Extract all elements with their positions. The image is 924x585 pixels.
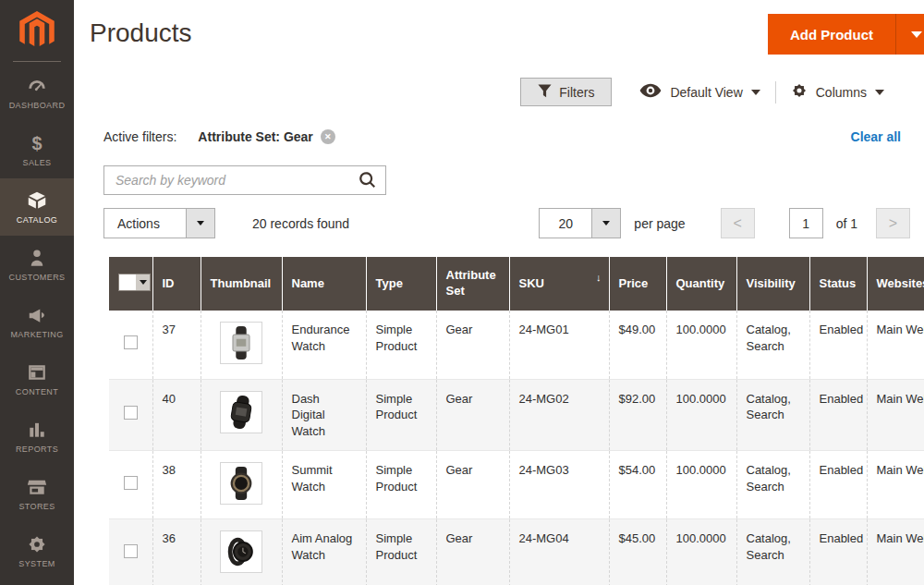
sidebar-item-content[interactable]: CONTENT: [0, 350, 74, 408]
previous-page-button[interactable]: <: [721, 208, 755, 238]
chevron-down-icon[interactable]: [591, 209, 620, 238]
sidebar-item-reports[interactable]: REPORTS: [0, 408, 74, 465]
chevron-down-icon[interactable]: [186, 209, 214, 238]
page-title: Products: [90, 18, 192, 48]
add-product-label: Add Product: [768, 14, 895, 55]
column-header-price[interactable]: Price: [609, 257, 666, 311]
product-thumbnail-endurance-watch[interactable]: [220, 322, 262, 364]
product-thumbnail-dash-digital-watch[interactable]: [220, 391, 262, 433]
per-page-label: per page: [634, 216, 685, 231]
sort-descending-icon: ↓: [596, 271, 602, 284]
chevron-down-icon: [751, 90, 760, 95]
per-page-select[interactable]: 20: [539, 208, 621, 238]
sidebar-item-marketing[interactable]: MARKETING: [0, 293, 74, 350]
search-input[interactable]: [103, 165, 386, 195]
select-all-checkbox[interactable]: [118, 274, 151, 291]
clear-all-link[interactable]: Clear all: [851, 129, 901, 144]
cell-sku: 24-MG03: [509, 451, 609, 519]
close-circle-icon[interactable]: ✕: [321, 129, 335, 144]
column-header-visibility[interactable]: Visibility: [736, 257, 809, 311]
sidebar-item-label: REPORTS: [16, 445, 58, 454]
person-icon: [27, 248, 47, 268]
sidebar-item-customers[interactable]: CUSTOMERS: [0, 236, 74, 293]
sidebar-item-stores[interactable]: STORES: [0, 465, 74, 522]
select-all-header: [109, 257, 152, 311]
eye-icon: [639, 83, 662, 101]
sidebar-item-label: CATALOG: [17, 215, 57, 225]
gear-icon: [791, 82, 808, 102]
sidebar-item-catalog[interactable]: CATALOG: [0, 178, 74, 236]
actions-select[interactable]: Actions: [103, 208, 215, 238]
sidebar-item-label: CUSTOMERS: [9, 273, 66, 282]
add-product-dropdown-toggle[interactable]: [895, 14, 924, 55]
row-checkbox[interactable]: [124, 476, 138, 490]
table-row[interactable]: 37 Endurance Watch Simple Product Gear 2…: [109, 311, 924, 379]
column-header-status[interactable]: Status: [809, 257, 867, 311]
cell-name: Dash Digital Watch: [282, 379, 366, 451]
row-checkbox[interactable]: [124, 335, 138, 349]
columns-control[interactable]: Columns: [776, 82, 899, 102]
sidebar-item-label: MARKETING: [10, 330, 63, 339]
page-header: Products Add Product: [74, 0, 924, 68]
cell-quantity: 100.0000: [666, 519, 736, 585]
cell-visibility: Catalog, Search: [736, 451, 809, 519]
column-header-quantity[interactable]: Quantity: [666, 257, 736, 311]
cell-quantity: 100.0000: [666, 451, 736, 519]
column-header-sku[interactable]: SKU ↓: [509, 257, 609, 311]
cell-websites: Main Website: [867, 519, 924, 585]
cell-name: Endurance Watch: [282, 311, 366, 379]
cell-websites: Main Website: [867, 379, 924, 451]
cell-attribute-set: Gear: [436, 379, 509, 451]
product-thumbnail-summit-watch[interactable]: [220, 462, 262, 505]
sidebar-item-system[interactable]: SYSTEM: [0, 522, 74, 579]
search-icon[interactable]: [359, 171, 377, 189]
magento-logo[interactable]: [0, 0, 74, 57]
view-switcher[interactable]: Default View: [625, 83, 774, 101]
next-page-button[interactable]: >: [876, 208, 910, 238]
column-header-websites[interactable]: Websites: [867, 257, 924, 311]
search-box: [103, 165, 386, 195]
chevron-down-icon[interactable]: [136, 274, 150, 290]
cell-websites: Main Website: [867, 311, 924, 379]
sidebar-item-label: STORES: [18, 502, 55, 511]
sidebar-item-dashboard[interactable]: DASHBOARD: [0, 64, 74, 121]
column-header-id[interactable]: ID: [152, 257, 201, 311]
cell-name: Summit Watch: [282, 451, 366, 519]
bar-chart-icon: [27, 420, 47, 440]
row-checkbox[interactable]: [124, 406, 138, 420]
filters-button[interactable]: Filters: [520, 78, 612, 106]
dollar-icon: $: [27, 133, 47, 153]
cell-price: $45.00: [609, 519, 666, 585]
column-header-thumbnail[interactable]: Thumbnail: [201, 257, 282, 311]
grid-toolbar: Filters Default View Columns: [74, 78, 924, 106]
products-grid: ID Thumbnail Name Type Attribute Set SKU…: [109, 257, 924, 585]
sidebar-item-label: CONTENT: [16, 387, 58, 396]
column-header-type[interactable]: Type: [366, 257, 436, 311]
svg-text:$: $: [31, 133, 42, 153]
cell-quantity: 100.0000: [666, 311, 736, 379]
layout-icon: [27, 362, 47, 383]
table-row[interactable]: 38 Summit Watch Simple Product Gear 24-M…: [109, 451, 924, 519]
cell-id: 36: [152, 519, 201, 585]
per-page-value: 20: [540, 209, 591, 238]
cell-visibility: Catalog, Search: [736, 379, 809, 451]
row-checkbox[interactable]: [124, 544, 138, 558]
records-count: 20 records found: [252, 216, 349, 231]
sidebar-item-sales[interactable]: $ SALES: [0, 121, 74, 178]
column-header-name[interactable]: Name: [282, 257, 366, 311]
cell-type: Simple Product: [366, 451, 436, 519]
megaphone-icon: [27, 305, 47, 325]
sidebar-item-label: DASHBOARD: [9, 101, 66, 110]
cell-price: $54.00: [609, 451, 666, 519]
product-thumbnail-aim-analog-watch[interactable]: [220, 530, 262, 573]
table-row[interactable]: 40 Dash Digital Watch Simple Product Gea…: [109, 379, 924, 451]
table-header-row: ID Thumbnail Name Type Attribute Set SKU…: [109, 257, 924, 311]
cell-type: Simple Product: [366, 311, 436, 379]
active-filter-chip: Attribute Set: Gear: [198, 129, 312, 144]
table-row[interactable]: 36 Aim Analog Watch Simple Product Gear …: [109, 519, 924, 585]
cell-status: Enabled: [809, 451, 867, 519]
column-header-attribute-set[interactable]: Attribute Set: [436, 257, 509, 311]
page-number-input[interactable]: [789, 208, 823, 238]
add-product-button[interactable]: Add Product: [768, 14, 924, 55]
cell-id: 38: [152, 451, 201, 519]
